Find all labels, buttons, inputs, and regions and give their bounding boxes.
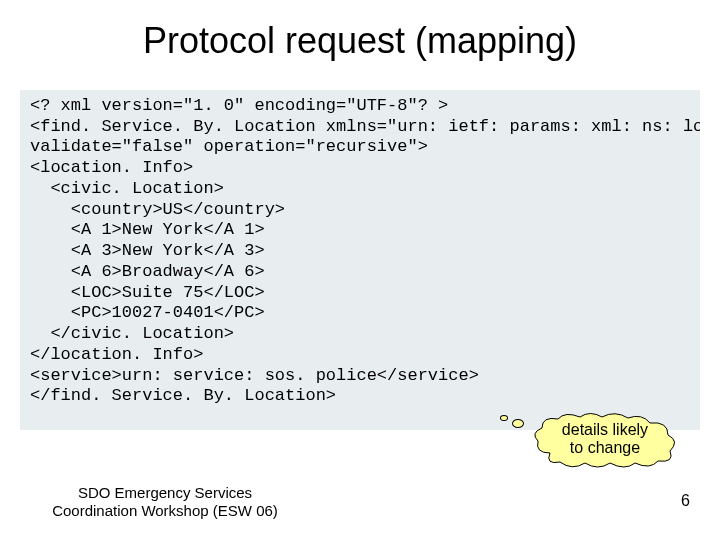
code-line: <find. Service. By. Location xmlns="urn:… — [30, 117, 700, 136]
code-line: <PC>10027-0401</PC> — [30, 303, 265, 322]
code-line: <civic. Location> — [30, 179, 224, 198]
thought-cloud-icon: details likely to change — [530, 413, 680, 468]
code-line: <? xml version="1. 0" encoding="UTF-8"? … — [30, 96, 448, 115]
code-line: <service>urn: service: sos. police</serv… — [30, 366, 479, 385]
slide-title: Protocol request (mapping) — [0, 20, 720, 62]
callout-line: details likely — [562, 421, 648, 438]
code-block: <? xml version="1. 0" encoding="UTF-8"? … — [20, 90, 700, 430]
code-line: <A 3>New York</A 3> — [30, 241, 265, 260]
code-line: <A 6>Broadway</A 6> — [30, 262, 265, 281]
code-line: <LOC>Suite 75</LOC> — [30, 283, 265, 302]
page-number: 6 — [681, 492, 690, 510]
footer-line: Coordination Workshop (ESW 06) — [52, 502, 278, 519]
callout-text: details likely to change — [530, 421, 680, 458]
callout-line: to change — [570, 439, 640, 456]
code-line: <A 1>New York</A 1> — [30, 220, 265, 239]
code-line: <country>US</country> — [30, 200, 285, 219]
footer-left: SDO Emergency Services Coordination Work… — [35, 484, 295, 520]
footer-line: SDO Emergency Services — [78, 484, 252, 501]
code-line: </civic. Location> — [30, 324, 234, 343]
code-line: <location. Info> — [30, 158, 193, 177]
code-line: validate="false" operation="recursive"> — [30, 137, 428, 156]
code-line: </find. Service. By. Location> — [30, 386, 336, 405]
code-line: </location. Info> — [30, 345, 203, 364]
slide: Protocol request (mapping) <? xml versio… — [0, 0, 720, 540]
callout: details likely to change — [500, 405, 700, 485]
